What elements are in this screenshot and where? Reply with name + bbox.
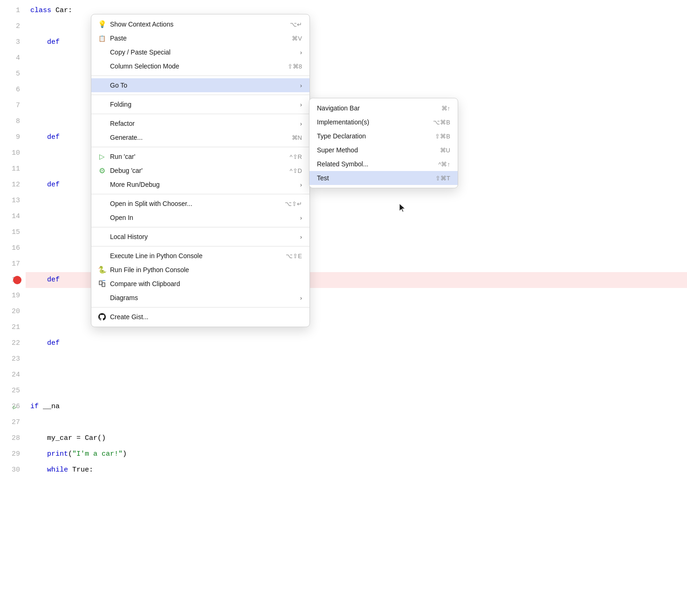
diagrams-icon <box>98 294 106 302</box>
menu-item-diagrams-label: Diagrams <box>110 294 138 301</box>
arrow-icon-folding: › <box>300 101 302 108</box>
menu-item-go-to-label: Go To <box>110 82 127 89</box>
code-line-30: while True: <box>26 462 687 478</box>
menu-item-column-selection[interactable]: Column Selection Mode ⇧⌘8 <box>91 59 309 73</box>
menu-item-go-to[interactable]: Go To › <box>91 78 309 92</box>
menu-item-more-run-debug[interactable]: More Run/Debug › <box>91 178 309 192</box>
code-line-26: if __na <box>26 399 687 415</box>
code-line-25 <box>26 383 687 399</box>
menu-item-open-in-label: Open In <box>110 214 133 221</box>
menu-item-diagrams[interactable]: Diagrams › <box>91 291 309 305</box>
menu-item-refactor[interactable]: Refactor › <box>91 116 309 130</box>
local-history-icon <box>98 233 106 241</box>
menu-item-folding[interactable]: Folding › <box>91 97 309 111</box>
menu-item-open-in-split[interactable]: Open in Split with Chooser... ⌥⇧↵ <box>91 197 309 211</box>
submenu-item-super-method-label: Super Method <box>317 146 358 154</box>
line-numbers: 1 2 3 4 5 6 7 8 9 10 11 12 13 14 15 16 1… <box>0 0 26 616</box>
separator-7 <box>91 246 309 246</box>
separator-6 <box>91 227 309 227</box>
column-selection-icon <box>98 62 106 70</box>
separator-8 <box>91 307 309 308</box>
submenu-item-super-method-shortcut: ⌘U <box>440 147 450 154</box>
menu-item-create-gist-label: Create Gist... <box>110 313 148 321</box>
menu-item-debug-car[interactable]: ⚙ Debug 'car' ^⇧D <box>91 164 309 178</box>
open-in-icon <box>98 213 106 222</box>
code-line-23 <box>26 351 687 367</box>
menu-item-execute-line-label: Execute Line in Python Console <box>110 252 202 260</box>
separator-3 <box>91 114 309 114</box>
menu-item-open-in[interactable]: Open In › <box>91 211 309 225</box>
context-menu: 💡 Show Context Actions ⌥↵ 📋 Paste ⌘V Cop… <box>91 14 310 327</box>
submenu-item-navigation-bar-label: Navigation Bar <box>317 104 360 112</box>
debug-car-icon: ⚙ <box>98 166 106 175</box>
submenu-item-super-method[interactable]: Super Method ⌘U <box>309 143 458 157</box>
submenu-item-test[interactable]: Test ⇧⌘T <box>309 171 458 185</box>
menu-item-refactor-label: Refactor <box>110 120 135 127</box>
separator-4 <box>91 147 309 147</box>
submenu-item-navigation-bar-shortcut: ⌘↑ <box>441 105 451 112</box>
menu-item-debug-car-shortcut: ^⇧D <box>290 167 302 174</box>
arrow-icon-local-history: › <box>300 233 302 240</box>
menu-item-compare-clipboard-label: Compare with Clipboard <box>110 280 180 287</box>
menu-item-paste[interactable]: 📋 Paste ⌘V <box>91 31 309 45</box>
folding-icon <box>98 100 106 109</box>
github-icon <box>98 313 106 321</box>
bulb-icon: 💡 <box>98 20 106 28</box>
refactor-icon <box>98 119 106 128</box>
arrow-icon-go-to: › <box>300 82 302 89</box>
menu-item-run-car-label: Run 'car' <box>110 153 135 160</box>
menu-item-open-in-split-label: Open in Split with Chooser... <box>110 200 192 207</box>
more-run-debug-icon <box>98 180 106 189</box>
menu-item-run-file-python-label: Run File in Python Console <box>110 266 189 274</box>
submenu-go-to: Navigation Bar ⌘↑ Implementation(s) ⌥⌘B … <box>309 98 458 188</box>
menu-item-show-context-actions-label: Show Context Actions <box>110 21 173 28</box>
menu-item-execute-line-shortcut: ⌥⇧E <box>286 253 302 260</box>
menu-item-run-car[interactable]: ▷ Run 'car' ^⇧R <box>91 150 309 164</box>
arrow-icon-more-run-debug: › <box>300 181 302 188</box>
submenu-item-related-symbol-shortcut: ^⌘↑ <box>438 161 450 168</box>
menu-item-generate[interactable]: Generate... ⌘N <box>91 130 309 144</box>
code-line-28: my_car = Car() <box>26 431 687 446</box>
paste-icon: 📋 <box>98 34 106 42</box>
submenu-item-type-declaration-label: Type Declaration <box>317 132 366 140</box>
submenu-item-implementations[interactable]: Implementation(s) ⌥⌘B <box>309 115 458 129</box>
menu-item-show-context-actions-shortcut: ⌥↵ <box>290 21 302 28</box>
svg-rect-0 <box>99 281 102 285</box>
svg-rect-1 <box>102 283 105 287</box>
menu-item-column-selection-label: Column Selection Mode <box>110 62 179 70</box>
separator-1 <box>91 75 309 76</box>
menu-item-compare-clipboard[interactable]: Compare with Clipboard <box>91 277 309 291</box>
menu-item-paste-shortcut: ⌘V <box>292 35 302 42</box>
arrow-icon-diagrams: › <box>300 294 302 301</box>
breakpoint-line-18 <box>13 276 21 284</box>
menu-item-debug-car-label: Debug 'car' <box>110 167 143 174</box>
menu-item-folding-label: Folding <box>110 101 131 108</box>
submenu-item-related-symbol[interactable]: Related Symbol... ^⌘↑ <box>309 157 458 171</box>
go-to-icon <box>98 81 106 89</box>
menu-item-execute-line[interactable]: Execute Line in Python Console ⌥⇧E <box>91 249 309 263</box>
open-in-split-icon <box>98 199 106 208</box>
compare-clipboard-icon <box>98 280 106 288</box>
execute-line-icon <box>98 252 106 260</box>
arrow-icon-refactor: › <box>300 120 302 127</box>
code-line-24 <box>26 367 687 383</box>
run-car-icon: ▷ <box>98 152 106 161</box>
separator-2 <box>91 95 309 95</box>
submenu-item-type-declaration-shortcut: ⇧⌘B <box>435 133 450 140</box>
submenu-item-navigation-bar[interactable]: Navigation Bar ⌘↑ <box>309 101 458 115</box>
generate-icon <box>98 133 106 142</box>
menu-item-create-gist[interactable]: Create Gist... <box>91 310 309 324</box>
menu-item-run-car-shortcut: ^⇧R <box>290 153 302 160</box>
submenu-item-related-symbol-label: Related Symbol... <box>317 160 369 168</box>
menu-item-show-context-actions[interactable]: 💡 Show Context Actions ⌥↵ <box>91 17 309 31</box>
menu-item-generate-label: Generate... <box>110 134 143 141</box>
submenu-item-implementations-label: Implementation(s) <box>317 118 369 126</box>
menu-item-column-selection-shortcut: ⇧⌘8 <box>288 63 302 70</box>
submenu-item-type-declaration[interactable]: Type Declaration ⇧⌘B <box>309 129 458 143</box>
menu-item-local-history[interactable]: Local History › <box>91 230 309 244</box>
menu-item-copy-paste-special[interactable]: Copy / Paste Special › <box>91 45 309 59</box>
menu-item-open-in-split-shortcut: ⌥⇧↵ <box>285 200 302 207</box>
menu-item-run-file-python[interactable]: 🐍 Run File in Python Console <box>91 263 309 277</box>
code-line-29: print("I'm a car!") <box>26 446 687 462</box>
menu-item-copy-paste-special-label: Copy / Paste Special <box>110 48 171 56</box>
